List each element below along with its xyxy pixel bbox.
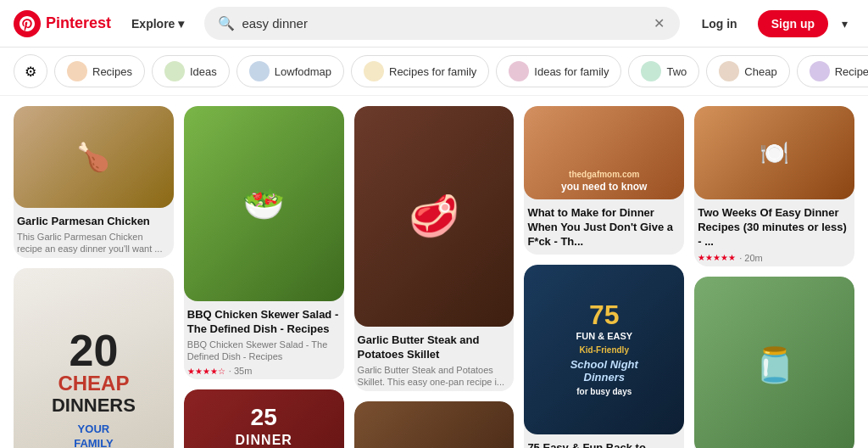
pin-garlic-steak[interactable]: 🥩 Garlic Butter Steak and Potatoes Skill… <box>354 106 515 391</box>
pin-info: BBQ Chicken Skewer Salad - The Defined D… <box>184 301 344 379</box>
pin-title: What to Make for Dinner When You Just Do… <box>527 206 681 249</box>
logo[interactable]: Pinterest <box>14 10 111 37</box>
pin-steak-pan[interactable]: 🍳 <box>354 401 515 448</box>
pin-subtitle: Garlic Butter Steak and Potatoes Skillet… <box>358 364 511 389</box>
pin-title: BBQ Chicken Skewer Salad - The Defined D… <box>187 308 341 337</box>
logo-text: Pinterest <box>46 14 111 32</box>
pin-what-to-make[interactable]: thedgafmom.com you need to know What to … <box>524 106 684 255</box>
pin-title: Garlic Butter Steak and Potatoes Skillet <box>358 333 511 362</box>
chip-label: Lowfodmap <box>275 65 331 78</box>
chip-label: Two <box>666 65 687 78</box>
chip-label: Recipes crockpot <box>835 65 868 78</box>
pin-school-dinners[interactable]: 75 FUN & EASY Kid-Friendly School NightD… <box>524 265 684 448</box>
pin-info: Two Weeks Of Easy Dinner Recipes (30 min… <box>694 199 854 266</box>
time-ago: · 20m <box>739 253 763 263</box>
pin-info: Garlic Butter Steak and Potatoes Skillet… <box>354 327 515 391</box>
header: Pinterest Explore ▾ 🔍 ✕ Log in Sign up ▾ <box>0 0 868 48</box>
more-options-button[interactable]: ▾ <box>835 10 854 37</box>
explore-button[interactable]: Explore ▾ <box>120 10 196 37</box>
search-clear-button[interactable]: ✕ <box>652 14 666 33</box>
pin-garlic-parmesan[interactable]: 🍗 Garlic Parmesan Chicken This Garlic Pa… <box>14 106 174 258</box>
pin-subtitle: This Garlic Parmesan Chicken recipe an e… <box>17 231 170 255</box>
pin-title: Two Weeks Of Easy Dinner Recipes (30 min… <box>698 206 851 249</box>
chip-label: Ideas for family <box>534 65 609 78</box>
pins-col-4: thedgafmom.com you need to know What to … <box>524 106 684 448</box>
filter-chip-recipes[interactable]: Recipes <box>54 55 145 87</box>
filter-chip-recipes-family[interactable]: Recipes for family <box>351 55 489 87</box>
filter-chip-two[interactable]: Two <box>628 55 699 87</box>
pin-two-weeks[interactable]: 🍽️ Two Weeks Of Easy Dinner Recipes (30 … <box>694 106 854 266</box>
pinterest-logo-icon <box>14 10 41 37</box>
filter-chip-recipes-crockpot[interactable]: Recipes crockpot <box>797 55 868 87</box>
chip-label: Cheap <box>744 65 776 78</box>
rating-stars: ★★★★☆ <box>187 367 225 376</box>
signup-button[interactable]: Sign up <box>758 10 828 37</box>
chip-label: Recipes for family <box>389 65 476 78</box>
pin-cheap-20[interactable]: 20 CHEAP DINNERS YOURFAMILYWILLLOVE! 20 … <box>14 268 174 448</box>
pins-grid: 🍗 Garlic Parmesan Chicken This Garlic Pa… <box>14 106 854 448</box>
pin-title: Garlic Parmesan Chicken <box>17 215 170 229</box>
search-icon: 🔍 <box>218 15 235 31</box>
search-bar: 🔍 ✕ <box>204 7 679 40</box>
pin-info: What to Make for Dinner When You Just Do… <box>524 199 684 255</box>
filter-chip-lowfodmap[interactable]: Lowfodmap <box>236 55 344 87</box>
filter-icon: ⚙ <box>25 64 36 80</box>
header-actions: Log in Sign up ▾ <box>688 10 854 37</box>
pin-bbq-chicken[interactable]: 🥗 BBQ Chicken Skewer Salad - The Defined… <box>184 106 344 379</box>
pins-col-3: 🥩 Garlic Butter Steak and Potatoes Skill… <box>354 106 515 448</box>
chip-label: Recipes <box>92 65 132 78</box>
chevron-down-icon: ▾ <box>178 17 184 31</box>
pins-col-1: 🍗 Garlic Parmesan Chicken This Garlic Pa… <box>14 106 174 448</box>
time-ago: · 35m <box>229 366 253 376</box>
pin-subtitle: BBQ Chicken Skewer Salad - The Defined D… <box>187 339 341 363</box>
filter-chip-cheap[interactable]: Cheap <box>706 55 789 87</box>
filter-chip-ideas[interactable]: Ideas <box>152 55 230 87</box>
pins-col-5: 🍽️ Two Weeks Of Easy Dinner Recipes (30 … <box>694 106 854 448</box>
pin-info: 75 Easy & Fun Back to School Dinner Idea… <box>524 434 684 448</box>
pin-greek-chicken[interactable]: 🫙 Greek Chicken Meatballs ★★★★★ · 30m <box>694 277 854 448</box>
pins-col-2: 🥗 BBQ Chicken Skewer Salad - The Defined… <box>184 106 344 448</box>
filter-bar: ⚙ RecipesIdeasLowfodmapRecipes for famil… <box>0 48 868 96</box>
login-button[interactable]: Log in <box>688 10 751 37</box>
pin-25-dinner[interactable]: 25 DINNER RECIPES FOR BUSY NIGHTS SPARKL… <box>184 389 344 448</box>
search-input[interactable] <box>242 16 644 31</box>
filter-chip-ideas-family[interactable]: Ideas for family <box>496 55 621 87</box>
pin-meta: ★★★★★ · 20m <box>698 253 851 263</box>
rating-stars: ★★★★★ <box>698 253 736 262</box>
main-content: 🍗 Garlic Parmesan Chicken This Garlic Pa… <box>0 96 868 448</box>
pin-title: 75 Easy & Fun Back to School Dinner Idea… <box>527 441 681 448</box>
filter-toggle-button[interactable]: ⚙ <box>14 54 47 88</box>
pin-meta: ★★★★☆ · 35m <box>187 366 341 376</box>
chip-label: Ideas <box>190 65 217 78</box>
pin-info: Garlic Parmesan Chicken This Garlic Parm… <box>14 208 174 258</box>
